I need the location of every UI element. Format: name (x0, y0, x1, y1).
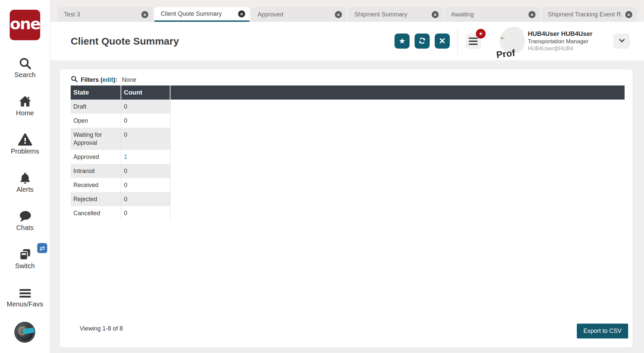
user-name: HUB4User HUB4User (528, 30, 599, 38)
tab-close-icon[interactable]: × (141, 11, 148, 18)
sidebar-item-problems[interactable]: Problems (0, 131, 50, 155)
sidebar-item-chats[interactable]: Chats (0, 208, 50, 232)
tab-close-icon[interactable]: × (238, 10, 245, 17)
sidebar-item-label: Search (0, 71, 50, 79)
tab-label: Awaiting (451, 11, 526, 18)
chat-bubble-icon (0, 208, 50, 223)
tab[interactable]: Shipment Tracking Event R... × (542, 7, 637, 22)
user-org: HUB4User@HUB4 (528, 45, 599, 52)
one-logo[interactable]: one (10, 10, 40, 40)
filters-bar: Filters (edit): None (71, 75, 136, 84)
filters-value: None (122, 76, 136, 83)
state-cell: Open (71, 114, 121, 128)
table-row: Cancelled 0 (71, 206, 170, 220)
sidebar-item-menus-favs[interactable]: Menus/Favs (0, 284, 50, 308)
tab[interactable]: Test 3 × (58, 7, 153, 22)
table-row: Waiting for Approval 0 (71, 128, 170, 150)
count-cell: 0 (121, 206, 170, 220)
home-icon (0, 93, 50, 108)
sidebar: one Search Home Problems Alerts (0, 0, 50, 353)
header-divider (457, 27, 458, 55)
count-cell: 0 (121, 128, 170, 150)
page-actions: ★ (395, 34, 450, 49)
app-root: one Search Home Problems Alerts (0, 0, 644, 353)
count-cell[interactable]: 1 (121, 150, 170, 164)
tab-label: Client Quote Summary (161, 10, 235, 17)
count-cell: 0 (121, 100, 170, 114)
state-cell: Intransit (71, 164, 121, 178)
refresh-button[interactable] (415, 34, 430, 49)
table-row: Approved 1 (71, 150, 170, 164)
tab-close-icon[interactable]: × (432, 11, 439, 18)
user-avatar[interactable] (14, 322, 35, 343)
quick-menu-button[interactable]: ★ (466, 34, 481, 49)
hamburger-icon (469, 44, 478, 45)
filters-edit-link[interactable]: edit (102, 76, 113, 83)
broken-image-icon (500, 35, 505, 41)
page-header: Client Quote Summary ★ (50, 22, 644, 60)
tab[interactable]: Awaiting × (445, 7, 540, 22)
refresh-icon (418, 36, 427, 46)
state-cell: Draft (71, 100, 121, 114)
count-cell: 0 (121, 114, 170, 128)
swap-arrows-badge-icon[interactable]: ⇄ (37, 243, 47, 253)
hamburger-icon (469, 38, 478, 39)
count-cell: 0 (121, 178, 170, 192)
export-to-csv-button[interactable]: Export to CSV (577, 323, 628, 339)
table-row: Rejected 0 (71, 192, 170, 206)
summary-card: Filters (edit): None State Count Draft 0 (60, 69, 633, 348)
close-page-button[interactable] (435, 34, 450, 49)
state-cell: Cancelled (71, 206, 121, 220)
tab-close-icon[interactable]: × (625, 11, 632, 18)
column-header-state: State (71, 85, 121, 100)
warning-triangle-icon (0, 131, 50, 146)
table-row: Open 0 (71, 114, 170, 128)
tab-label: Approved (258, 11, 332, 18)
bell-icon (0, 169, 50, 185)
user-menu-button[interactable] (614, 34, 630, 49)
table-body: Draft 0 Open 0 Waiting for Approval 0 (71, 100, 170, 220)
tab-close-icon[interactable]: × (335, 11, 342, 18)
sidebar-item-alerts[interactable]: Alerts (0, 169, 50, 193)
sidebar-item-home[interactable]: Home (0, 93, 50, 117)
chevron-down-icon (618, 37, 626, 46)
page-title: Client Quote Summary (71, 36, 179, 47)
state-cell: Received (71, 178, 121, 192)
sidebar-item-label: Switch (0, 262, 50, 270)
avatar-decoration (23, 328, 34, 335)
favorite-button[interactable]: ★ (395, 34, 410, 49)
sidebar-item-search[interactable]: Search (0, 55, 50, 79)
sidebar-item-label: Problems (0, 148, 50, 155)
sidebar-item-switch[interactable]: Switch ⇄ (0, 246, 50, 270)
filters-label-suffix: ): (113, 76, 117, 83)
tab[interactable]: Shipment Summary × (348, 7, 443, 22)
column-header-count: Count (121, 85, 170, 100)
count-cell: 0 (121, 164, 170, 178)
tab[interactable]: Approved × (251, 7, 346, 22)
tab-label: Test 3 (64, 11, 139, 18)
pagination-status: Viewing 1-8 of 8 (80, 325, 123, 332)
user-info: HUB4User HUB4User Transportation Manager… (528, 30, 599, 53)
user-role: Transportation Manager (528, 38, 599, 45)
tab[interactable]: Client Quote Summary × (154, 7, 249, 22)
filters-label: Filters ( (81, 76, 102, 83)
tab-bar: Test 3 × Client Quote Summary × Approved… (50, 0, 644, 22)
state-cell: Rejected (71, 192, 121, 206)
star-icon: ★ (399, 37, 406, 45)
state-cell: Waiting for Approval (71, 128, 121, 150)
profile-alt-text: Prof (496, 47, 515, 60)
one-logo-text: one (10, 14, 40, 33)
column-header-empty (170, 85, 625, 100)
sidebar-item-label: Home (0, 109, 50, 117)
table-header: State Count (71, 85, 625, 100)
profile-picture[interactable]: Prof (498, 26, 526, 56)
tab-close-icon[interactable]: × (528, 11, 535, 18)
sidebar-item-label: Chats (0, 224, 50, 232)
hamburger-icon (469, 41, 478, 42)
count-cell: 0 (121, 192, 170, 206)
close-icon (438, 37, 446, 46)
filter-search-icon (71, 75, 81, 84)
main-area: Filters (edit): None State Count Draft 0 (50, 60, 644, 353)
table-row: Draft 0 (71, 100, 170, 114)
tab-label: Shipment Tracking Event R... (548, 11, 623, 18)
